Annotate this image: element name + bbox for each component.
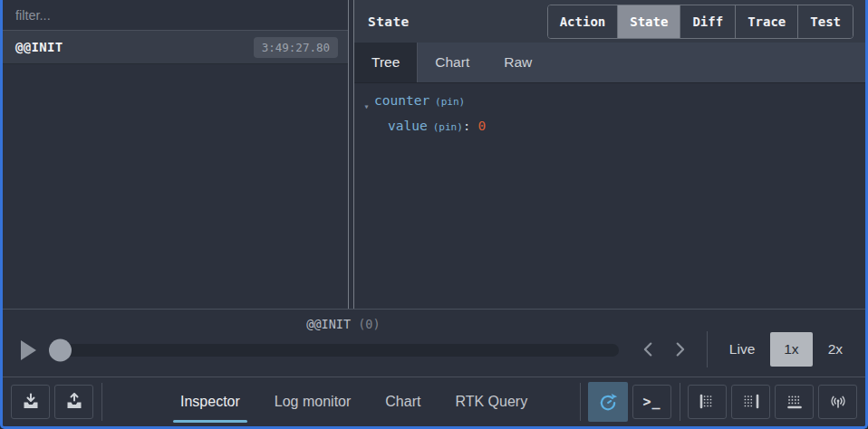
state-view-subtabs: Tree Chart Raw [354,43,865,83]
tree-value-number: 0 [478,119,487,133]
footer-toolbar: Inspector Log monitor Chart RTK Query >_ [3,377,865,426]
tree-node-value[interactable]: value (pin) : 0 [388,119,865,144]
progress-slider[interactable] [49,344,619,357]
playback-slider-area: @@INIT (0) [17,310,633,377]
pin-annotation[interactable]: (pin) [433,121,463,133]
footer-divider [680,383,680,421]
footer-tab-log-monitor[interactable]: Log monitor [275,377,352,426]
tab-trace[interactable]: Trace [736,5,798,38]
pin-annotation[interactable]: (pin) [435,96,465,108]
export-icon [63,391,85,413]
play-button[interactable] [21,340,36,360]
chevron-right-icon [670,339,690,359]
dock-bottom-button[interactable] [775,385,814,419]
filter-row [3,0,348,31]
inspector-tab-group: Action State Diff Trace Test [547,5,854,39]
tree-node-counter[interactable]: ▾ counter (pin) [359,93,865,119]
chevron-left-icon [639,339,659,359]
subtab-raw[interactable]: Raw [487,43,549,82]
footer-tab-chart[interactable]: Chart [385,377,420,426]
inspector-title: State [368,14,410,29]
remote-button[interactable] [818,385,857,419]
playback-controls: Live 1x 2x [633,331,853,367]
footer-right-controls: >_ [576,382,857,422]
subtab-tree[interactable]: Tree [354,43,418,82]
tab-action[interactable]: Action [548,5,619,38]
broadcast-icon [827,391,849,413]
footer-divider [580,383,581,421]
dock-right-icon [740,391,762,413]
action-timestamp: 3:49:27.80 [254,37,338,58]
position-label: @@INIT (0) [53,317,633,331]
state-tree-view: ▾ counter (pin) value (pin) : 0 [354,83,865,309]
step-back-button[interactable] [636,337,661,362]
import-button[interactable] [11,385,50,419]
action-list-item-init[interactable]: @@INIT 3:49:27.80 [3,31,348,64]
terminal-icon: >_ [642,394,661,410]
timer-icon [596,390,620,414]
tab-diff[interactable]: Diff [680,5,736,38]
tree-key-counter: counter [374,93,429,108]
tree-expander-icon[interactable]: ▾ [359,101,374,111]
playback-divider [707,331,708,367]
action-list-panel: @@INIT 3:49:27.80 [3,0,348,309]
dock-bottom-icon [784,391,805,413]
action-label: @@INIT [15,40,63,54]
footer-divider [101,383,102,421]
main-area: @@INIT 3:49:27.80 State Action State Dif… [3,0,865,309]
inspector-panel: State Action State Diff Trace Test Tree … [354,0,865,309]
subtab-chart[interactable]: Chart [418,43,487,82]
panel-resize-divider[interactable] [348,0,354,309]
speed-1x-button[interactable]: 1x [770,332,812,367]
slider-thumb[interactable] [49,339,72,362]
redux-devtools-window: @@INIT 3:49:27.80 State Action State Dif… [0,0,868,429]
tree-key-value: value [388,119,428,133]
action-filter-input[interactable] [14,7,337,24]
playback-bar: @@INIT (0) Live 1x 2x [3,309,865,377]
step-forward-button[interactable] [667,337,692,362]
export-button[interactable] [54,385,93,419]
key-value-separator: : [463,119,471,133]
tab-test[interactable]: Test [798,5,853,38]
footer-tab-rtk-query[interactable]: RTK Query [455,377,527,426]
terminal-button[interactable]: >_ [632,385,671,419]
pause-recording-button[interactable] [588,382,628,422]
dock-right-button[interactable] [731,385,770,419]
inspector-header: State Action State Diff Trace Test [354,0,865,43]
monitor-tabs: Inspector Log monitor Chart RTK Query [180,377,527,426]
position-action-name: @@INIT [306,317,351,331]
speed-2x-button[interactable]: 2x [818,332,853,367]
dock-left-button[interactable] [688,385,727,419]
action-list-empty-space [3,64,348,309]
import-icon [20,391,42,413]
live-button[interactable]: Live [719,332,765,367]
dock-left-icon [697,391,719,413]
footer-tab-inspector[interactable]: Inspector [180,377,240,426]
position-index: (0) [358,317,380,331]
tab-state[interactable]: State [618,5,680,38]
